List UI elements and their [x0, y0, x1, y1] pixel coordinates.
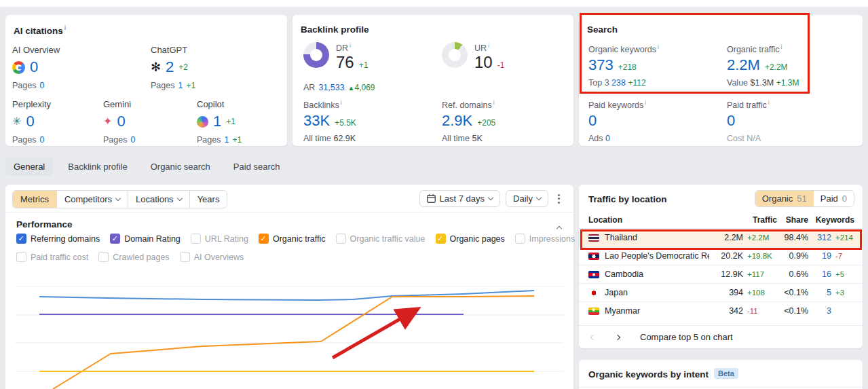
- metric-impressions[interactable]: Impressions: [515, 234, 575, 244]
- info-icon: i: [658, 43, 659, 50]
- divider: [5, 212, 573, 212]
- domain-rating-block: DRi 76+1: [303, 42, 368, 72]
- info-icon: i: [781, 43, 782, 50]
- prev-page-button[interactable]: [588, 333, 598, 342]
- chevron-right-icon: [615, 334, 620, 339]
- performance-chart: [5, 272, 573, 389]
- gemini-stat: Gemini ✦0 Pages0: [103, 99, 135, 145]
- myanmar-flag-icon: [588, 308, 599, 315]
- info-icon: i: [768, 99, 770, 106]
- chevron-down-icon: [176, 196, 182, 201]
- organic-paid-toggle: Organic51 Paid0: [755, 190, 854, 207]
- metric-toggles-row-2: Paid traffic cost Crawled pages AI Overv…: [16, 252, 244, 262]
- url-rating-block: URi 10-1: [442, 42, 504, 72]
- backlinks-value: 33K: [303, 112, 330, 130]
- performance-card: Metrics Competitors Locations Years Last…: [5, 185, 573, 389]
- dr-donut-chart: [303, 42, 329, 68]
- ai-overview-value: 0: [30, 58, 38, 76]
- metric-organic-traffic[interactable]: Organic traffic: [259, 234, 326, 244]
- thailand-flag-icon: [588, 234, 599, 242]
- ref-domains-value: 2.9K: [442, 112, 472, 130]
- organic-toggle[interactable]: Organic51: [755, 191, 814, 206]
- table-row-japan[interactable]: Japan 394 +108 <0.1% 5 +3: [579, 283, 863, 301]
- keywords-by-intent-card: Organic keywords by intentBeta: [579, 360, 863, 389]
- metric-organic-pages[interactable]: Organic pages: [436, 234, 505, 244]
- date-controls: Last 7 days Daily: [419, 190, 564, 207]
- ai-overview-stat: AI Overview 0 Pages0: [12, 45, 60, 90]
- ai-citations-card: AI citationsi AI Overview 0 Pages0 ChatG…: [5, 15, 287, 146]
- checkbox-checked-icon: [436, 234, 446, 244]
- locations-dropdown[interactable]: Locations: [128, 191, 189, 208]
- paid-traffic-stat: Paid traffici 0 Cost N/A: [727, 99, 770, 143]
- organic-keywords-stat: Organic keywordsi 373+218 Top 3 238 +112: [588, 43, 659, 88]
- collapse-section-button[interactable]: [557, 221, 561, 234]
- checkbox-unchecked-icon: [16, 252, 26, 262]
- copilot-stat: Copilot 1+1 Pages1+1: [197, 99, 242, 145]
- compare-top5-link[interactable]: Compare top 5 on chart: [640, 332, 733, 342]
- table-row-cambodia[interactable]: Cambodia 12.9K +117 0.6% 16 +5: [579, 265, 863, 283]
- organic-traffic-value: 2.2M: [727, 56, 760, 74]
- checkbox-unchecked-icon: [98, 252, 109, 262]
- metric-paid-traffic-cost[interactable]: Paid traffic cost: [16, 252, 88, 262]
- keywords-by-intent-title: Organic keywords by intentBeta: [588, 369, 738, 379]
- chevron-up-icon: [556, 226, 562, 231]
- series-referring-domains: [39, 291, 534, 300]
- cambodia-flag-icon: [588, 271, 599, 278]
- granularity-dropdown[interactable]: Daily: [506, 190, 548, 207]
- chevron-down-icon: [115, 196, 121, 201]
- laos-flag-icon: [588, 253, 599, 260]
- info-icon: i: [493, 99, 495, 106]
- tab-general[interactable]: General: [5, 158, 53, 176]
- checkbox-unchecked-icon: [191, 234, 201, 244]
- metric-crawled-pages[interactable]: Crawled pages: [98, 252, 169, 262]
- japan-flag-icon: [588, 289, 599, 297]
- backlinks-stat: Backlinksi 33K+5.5K All time 62.9K: [303, 99, 356, 143]
- more-options-button[interactable]: [554, 191, 564, 206]
- red-arrow-annotation: [333, 310, 415, 358]
- copilot-value: 1: [213, 113, 221, 130]
- info-icon: i: [645, 99, 646, 106]
- info-icon: i: [64, 24, 67, 31]
- years-button[interactable]: Years: [189, 191, 227, 208]
- info-icon: i: [350, 42, 351, 49]
- table-row-laos[interactable]: Lao People's Democratic Reput 20.2K +19.…: [579, 246, 863, 265]
- copilot-icon: [197, 116, 208, 128]
- table-row-myanmar[interactable]: Myanmar 342 -11 <0.1% 3: [579, 301, 863, 320]
- metric-domain-rating[interactable]: Domain Rating: [110, 234, 181, 244]
- paid-toggle[interactable]: Paid0: [814, 191, 854, 206]
- metric-toggles-row-1: Referring domains Domain Rating URL Rati…: [16, 234, 639, 244]
- tab-backlink-profile[interactable]: Backlink profile: [60, 158, 135, 176]
- performance-title: Performance: [16, 219, 73, 229]
- chevron-left-icon: [590, 334, 596, 339]
- metric-referring-domains[interactable]: Referring domains: [16, 234, 100, 244]
- tab-paid-search[interactable]: Paid search: [225, 158, 288, 176]
- ur-value: 10: [474, 53, 493, 72]
- gemini-value: 0: [117, 113, 125, 130]
- calendar-icon: [427, 194, 436, 203]
- backlink-profile-card: Backlink profile DRi 76+1 AR 31,533 ▲4,0…: [293, 15, 573, 146]
- divider: [579, 387, 863, 388]
- metric-ai-overviews[interactable]: AI Overviews: [180, 252, 244, 262]
- paid-keywords-value: 0: [588, 112, 597, 129]
- chart-series-lines: [39, 291, 534, 389]
- gemini-icon: ✦: [103, 116, 112, 127]
- metric-organic-traffic-value[interactable]: Organic traffic value: [336, 234, 426, 244]
- checkbox-checked-icon: [259, 234, 269, 244]
- ai-citations-title: AI citationsi: [14, 24, 66, 36]
- checkbox-checked-icon: [110, 234, 120, 244]
- search-card: Search Organic keywordsi 373+218 Top 3 2…: [579, 15, 863, 146]
- table-row-thailand[interactable]: Thailand 2.2M +2.2M 98.4% 312 +214: [579, 228, 863, 246]
- backlink-profile-title: Backlink profile: [301, 24, 369, 35]
- traffic-by-location-title: Traffic by location: [588, 194, 667, 204]
- top-strip: [0, 0, 868, 7]
- metrics-button[interactable]: Metrics: [13, 191, 56, 208]
- date-range-dropdown[interactable]: Last 7 days: [419, 190, 501, 207]
- perplexity-icon: ✳: [12, 116, 21, 127]
- metric-url-rating[interactable]: URL Rating: [191, 234, 248, 244]
- chevron-down-icon: [488, 195, 493, 200]
- checkbox-checked-icon: [16, 234, 26, 244]
- competitors-dropdown[interactable]: Competitors: [56, 191, 128, 208]
- tab-organic-search[interactable]: Organic search: [143, 158, 219, 176]
- next-page-button[interactable]: [613, 333, 622, 342]
- organic-traffic-stat: Organic traffici 2.2M+2.2M Value $1.3M +…: [727, 43, 799, 88]
